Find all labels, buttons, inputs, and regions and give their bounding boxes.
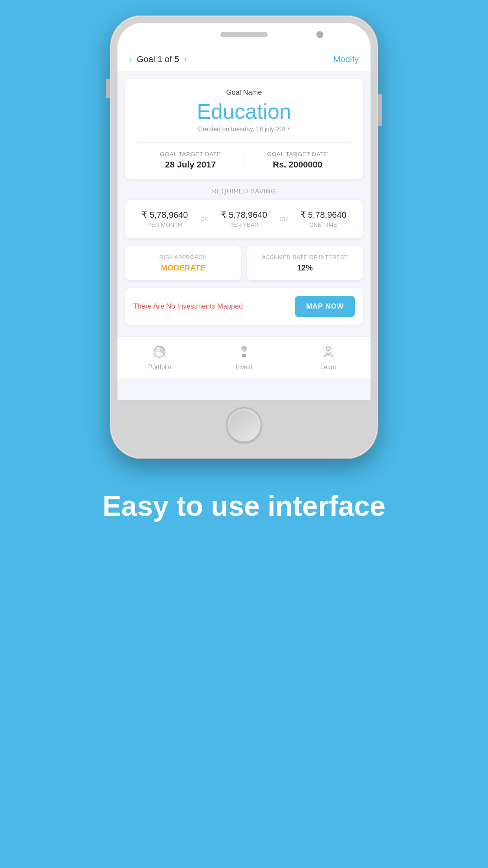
goal-name-value: Education (137, 99, 351, 123)
goal-card: Goal Name Education Created on tuesday, … (125, 79, 363, 179)
nav-item-learn[interactable]: Learn (309, 343, 348, 371)
goal-name-label: Goal Name (137, 88, 351, 97)
modify-button[interactable]: Modify (333, 54, 359, 64)
phone-speaker (220, 32, 268, 37)
or-separator-2: OR (279, 216, 288, 222)
map-now-button[interactable]: MAP NOW (295, 296, 355, 317)
no-investment-text: There Are No Investments Mapped (133, 302, 289, 311)
goal-target-date-label: GOAL TARGET DATE (137, 151, 244, 157)
phone-wrapper: ‹ Goal 1 of 5 › Modify Goal Name Educati… (110, 16, 378, 458)
home-button[interactable] (226, 407, 262, 443)
goal-pagination: Goal 1 of 5 (137, 54, 179, 64)
goal-targets-row: GOAL TARGET DATE 28 July 2017 GOAL TARGE… (137, 142, 351, 170)
invest-label: Invest (236, 364, 253, 371)
nav-header: ‹ Goal 1 of 5 › Modify (117, 46, 371, 71)
prev-arrow[interactable]: ‹ (129, 54, 132, 64)
goal-target-amount-label: GOAL TARGET DATE (244, 151, 351, 157)
interest-rate-value: 12% (253, 263, 356, 272)
phone-device: ‹ Goal 1 of 5 › Modify Goal Name Educati… (110, 16, 378, 458)
home-button-area (117, 400, 371, 451)
nav-arrows: ‹ Goal 1 of 5 › (129, 54, 187, 64)
goal-target-amount-value: Rs. 2000000 (244, 160, 351, 170)
svg-rect-1 (242, 354, 246, 357)
portfolio-label: Portfolio (148, 364, 171, 371)
phone-top-bar (117, 23, 371, 46)
saving-per-year-amount: ₹ 5,78,9640 (209, 210, 280, 220)
goal-created-date: Created on tuesday, 18 july 2017 (137, 126, 351, 133)
goal-target-date-item: GOAL TARGET DATE 28 July 2017 (137, 151, 244, 170)
next-arrow[interactable]: › (184, 54, 187, 64)
saving-per-year-label: PER YEAR (209, 222, 280, 228)
tagline-text: Easy to use interface (103, 490, 385, 522)
saving-per-month-label: PER MONTH (129, 222, 200, 228)
invest-icon (235, 343, 253, 360)
phone-screen: ‹ Goal 1 of 5 › Modify Goal Name Educati… (117, 23, 371, 451)
tagline-section: Easy to use interface (71, 490, 417, 522)
phone-camera (316, 31, 323, 38)
risk-approach-label: RISK APPROACH (132, 254, 235, 260)
goal-target-date-value: 28 July 2017 (137, 160, 244, 170)
saving-card: ₹ 5,78,9640 PER MONTH OR ₹ 5,78,9640 PER… (125, 200, 363, 238)
or-separator-1: OR (200, 216, 209, 222)
nav-item-portfolio[interactable]: Portfolio (140, 343, 179, 371)
learn-icon (320, 343, 337, 360)
portfolio-icon (151, 343, 168, 360)
saving-one-time: ₹ 5,78,9640 ONE TIME (288, 210, 359, 228)
screen-content: ‹ Goal 1 of 5 › Modify Goal Name Educati… (117, 46, 371, 400)
nav-item-invest[interactable]: Invest (224, 343, 264, 371)
risk-approach-card: RISK APPROACH MODERATE (125, 246, 241, 280)
interest-rate-card: ASSUMED RATE OF INTEREST 12% (247, 246, 363, 280)
saving-per-year: ₹ 5,78,9640 PER YEAR (209, 210, 280, 228)
learn-label: Learn (320, 364, 336, 371)
goal-target-amount-item: GOAL TARGET DATE Rs. 2000000 (244, 151, 351, 170)
saving-one-time-label: ONE TIME (288, 222, 359, 228)
saving-one-time-amount: ₹ 5,78,9640 (288, 210, 359, 220)
saving-per-month: ₹ 5,78,9640 PER MONTH (129, 210, 200, 228)
svg-point-4 (327, 347, 330, 351)
risk-approach-value: MODERATE (132, 263, 235, 272)
screen-spacer (117, 325, 371, 337)
investment-mapped-row: There Are No Investments Mapped MAP NOW (125, 288, 363, 325)
saving-per-month-amount: ₹ 5,78,9640 (129, 210, 200, 220)
bottom-nav: Portfolio Invest (117, 337, 371, 379)
interest-rate-label: ASSUMED RATE OF INTEREST (253, 254, 356, 260)
info-row: RISK APPROACH MODERATE ASSUMED RATE OF I… (125, 246, 363, 280)
required-saving-title: REQUIRED SAVING (117, 179, 371, 200)
